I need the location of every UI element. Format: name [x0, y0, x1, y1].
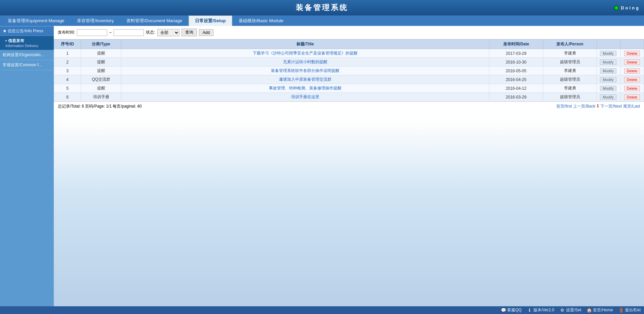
- page-next[interactable]: 下一页/Next: [600, 104, 622, 109]
- page-links: 首页/first 上一页/Back 1 下一页/Next 尾页/Last: [556, 104, 640, 109]
- status-select[interactable]: 全部 已发布 未发布: [157, 29, 179, 36]
- cell-delete: Delete: [620, 93, 644, 102]
- cell-delete: Delete: [620, 49, 644, 58]
- cell-type: 提醒: [81, 49, 121, 58]
- cell-date: 2016-04-25: [489, 75, 543, 84]
- add-button[interactable]: Add: [199, 29, 213, 36]
- cell-title[interactable]: 邀请加入中原装备管理交流群: [121, 75, 489, 84]
- taskbar-exit-label: 退出/Eixt: [625, 307, 641, 313]
- taskbar-version[interactable]: ℹ 版本/Ver2.0: [527, 307, 554, 313]
- page-current: 1: [597, 104, 599, 109]
- sidebar: ★ 信息公告/Info Press • 信息发布 Information Del…: [0, 26, 54, 306]
- settings-icon: ⚙: [560, 308, 565, 313]
- cell-type: 提醒: [81, 58, 121, 67]
- cell-person: 李建勇: [543, 84, 597, 93]
- status-user: Doing: [621, 5, 640, 10]
- pagination-bar: 总记录/Total: 6 页码/Page: 1/1 每页/paginal: 40…: [54, 102, 644, 111]
- page-last[interactable]: 尾页/Last: [623, 104, 640, 109]
- date-separator: ~: [109, 30, 112, 35]
- cell-person: 超级管理员: [543, 75, 597, 84]
- cell-delete: Delete: [620, 84, 644, 93]
- col-type: 分类/Type: [81, 40, 121, 49]
- modify-button[interactable]: Modify: [600, 68, 616, 74]
- delete-button[interactable]: Delete: [624, 68, 640, 74]
- header-right: Doing: [614, 5, 640, 10]
- tab-equipment[interactable]: 装备管理/Equipment Manage: [1, 15, 71, 26]
- modify-button[interactable]: Modify: [600, 86, 616, 91]
- cell-person: 李建勇: [543, 49, 597, 58]
- delete-button[interactable]: Delete: [624, 60, 640, 65]
- table-row: 2 提醒 无累计运转小时数的提醒 2016-10-30 超级管理员 Modify…: [54, 58, 644, 67]
- taskbar-exit[interactable]: 🚪 退出/Eixt: [618, 307, 641, 313]
- page-back[interactable]: 上一页/Back: [573, 104, 595, 109]
- delete-button[interactable]: Delete: [624, 51, 640, 56]
- sidebar-item-sub: Information Delivery: [5, 44, 51, 48]
- cell-title[interactable]: 下载学习《沙特公司雨季安全生产及设备管理规定》的提醒: [121, 49, 489, 58]
- delete-button[interactable]: Delete: [624, 86, 640, 91]
- cell-title[interactable]: 无累计运转小时数的提醒: [121, 58, 489, 67]
- filter-bar: 发布时间: ~ 状态: 全部 已发布 未发布 查询 Add: [54, 26, 644, 39]
- delete-button[interactable]: Delete: [624, 94, 640, 100]
- table-row: 6 培训手册 培训手册在这里 2016-03-29 超级管理员 Modify D…: [54, 93, 644, 102]
- taskbar-qq[interactable]: 💬 客服QQ: [501, 307, 522, 313]
- modify-button[interactable]: Modify: [600, 60, 616, 65]
- taskbar-home[interactable]: 🏠 首页/Home: [587, 307, 613, 313]
- col-person: 发布人/Person: [543, 40, 597, 49]
- cell-person: 超级管理员: [543, 58, 597, 67]
- sidebar-item-info-press[interactable]: ★ 信息公告/Info Press: [0, 27, 54, 36]
- cell-person: 李建勇: [543, 67, 597, 75]
- main-layout: ★ 信息公告/Info Press • 信息发布 Information Del…: [0, 26, 644, 306]
- pagination-summary: 总记录/Total: 6 页码/Page: 1/1 每页/paginal: 40: [58, 104, 142, 109]
- cell-date: 2017-03-29: [489, 49, 543, 58]
- cell-date: 2016-05-05: [489, 67, 543, 75]
- version-icon: ℹ: [527, 308, 532, 313]
- modify-button[interactable]: Modify: [600, 94, 616, 100]
- cell-modify: Modify: [597, 93, 620, 102]
- cell-delete: Delete: [620, 67, 644, 75]
- col-date: 发布时间/Date: [489, 40, 543, 49]
- cell-id: 4: [54, 75, 81, 84]
- tab-inventory[interactable]: 库存管理/Inventory: [71, 15, 120, 26]
- date-to-input[interactable]: [114, 29, 144, 36]
- cell-id: 2: [54, 58, 81, 67]
- cell-title[interactable]: 装备管理系统软件各部分操作说明提醒: [121, 67, 489, 75]
- cell-type: 提醒: [81, 84, 121, 93]
- cell-modify: Modify: [597, 49, 620, 58]
- col-delete: [620, 40, 644, 49]
- col-modify: [597, 40, 620, 49]
- taskbar-settings[interactable]: ⚙ 设置/Set: [560, 307, 581, 313]
- delete-button[interactable]: Delete: [624, 77, 640, 82]
- home-icon: 🏠: [587, 308, 592, 313]
- content-area: 天工木石公司 发布时间: ~ 状态: 全部 已发布 未发布 查询 Add 序号/…: [54, 26, 644, 306]
- tab-document[interactable]: 资料管理/Document Manage: [120, 15, 188, 26]
- sidebar-item-org-setup[interactable]: 机构设置/Organizatio...: [0, 50, 54, 60]
- taskbar-version-label: 版本/Ver2.0: [533, 307, 554, 313]
- cell-type: QQ交流群: [81, 75, 121, 84]
- modify-button[interactable]: Modify: [600, 77, 616, 82]
- app-header: 装备管理系统 Doing: [0, 0, 644, 15]
- sidebar-item-title: • 信息发布: [5, 38, 51, 44]
- cell-date: 2016-10-30: [489, 58, 543, 67]
- cell-title[interactable]: 事故管理、特种检测、装备修理操作提醒: [121, 84, 489, 93]
- cell-delete: Delete: [620, 75, 644, 84]
- sidebar-item-label: 常规设置/Common f...: [3, 63, 42, 67]
- table-row: 1 提醒 下载学习《沙特公司雨季安全生产及设备管理规定》的提醒 2017-03-…: [54, 49, 644, 58]
- cell-type: 培训手册: [81, 93, 121, 102]
- cell-id: 6: [54, 93, 81, 102]
- table-row: 4 QQ交流群 邀请加入中原装备管理交流群 2016-04-25 超级管理员 M…: [54, 75, 644, 84]
- col-id: 序号/ID: [54, 40, 81, 49]
- exit-icon: 🚪: [618, 308, 624, 313]
- taskbar-qq-label: 客服QQ: [507, 307, 522, 313]
- cell-date: 2016-04-12: [489, 84, 543, 93]
- page-first[interactable]: 首页/first: [556, 104, 572, 109]
- cell-title[interactable]: 培训手册在这里: [121, 93, 489, 102]
- tab-setup[interactable]: 日常设置/Setup: [189, 15, 232, 26]
- sidebar-item-common-setup[interactable]: 常规设置/Common f...: [0, 60, 54, 70]
- taskbar: 💬 客服QQ ℹ 版本/Ver2.0 ⚙ 设置/Set 🏠 首页/Home 🚪 …: [0, 306, 644, 314]
- query-button[interactable]: 查询: [182, 29, 197, 36]
- nav-tabs: 装备管理/Equipment Manage 库存管理/Inventory 资料管…: [0, 15, 644, 26]
- date-from-input[interactable]: [77, 29, 107, 36]
- tab-basic[interactable]: 基础模块/Basic Module: [232, 15, 290, 26]
- modify-button[interactable]: Modify: [600, 51, 616, 56]
- sidebar-item-info-delivery[interactable]: • 信息发布 Information Delivery: [0, 36, 54, 50]
